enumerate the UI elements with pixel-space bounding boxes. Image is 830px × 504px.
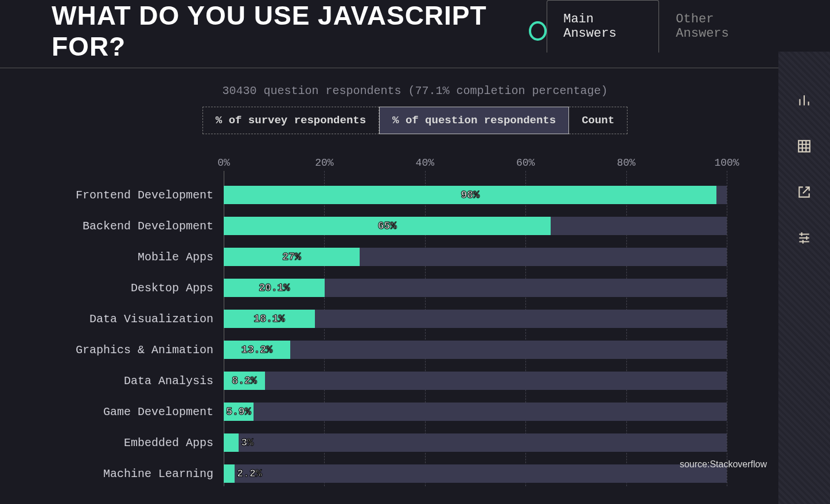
axis-tick: 20% [315, 157, 333, 169]
category-label: Backend Development [52, 220, 224, 233]
bar-value: 2.2% [237, 468, 262, 479]
bar-track: 98% [224, 186, 727, 204]
bar-row: Embedded Apps3% [52, 430, 727, 455]
bar-fill[interactable]: 5.9% [224, 403, 254, 421]
bar-track: 2.2% [224, 464, 727, 483]
category-label: Data Visualization [52, 312, 224, 326]
toggle-count[interactable]: Count [569, 107, 628, 134]
bar-fill[interactable]: 8.2% [224, 372, 265, 390]
bar-value: 13.2% [241, 344, 272, 355]
circle-icon [529, 21, 547, 41]
bar-fill[interactable]: 27% [224, 248, 360, 266]
category-label: Game Development [52, 405, 224, 419]
bar-fill[interactable]: 20.1% [224, 279, 325, 297]
category-label: Frontend Development [52, 189, 224, 202]
axis-tick: 40% [416, 157, 434, 169]
bar-row: Frontend Development98% [52, 182, 727, 208]
metric-toggle-group: % of survey respondents % of question re… [0, 107, 830, 134]
bar-track: 8.2% [224, 372, 727, 390]
bar-value: 5.9% [226, 406, 251, 417]
bar-track: 27% [224, 248, 727, 266]
share-icon[interactable] [796, 183, 813, 201]
category-label: Desktop Apps [52, 282, 224, 295]
bar-fill[interactable]: 2.2% [224, 464, 235, 483]
bar-value: 3% [241, 437, 254, 448]
axis-tick: 100% [714, 157, 739, 169]
bar-value: 8.2% [232, 375, 256, 386]
bar-track: 18.1% [224, 310, 727, 328]
bar-row: Machine Learning2.2% [52, 461, 727, 486]
toggle-question-pct[interactable]: % of question respondents [379, 107, 569, 134]
bar-track: 65% [224, 217, 727, 235]
bar-track: 20.1% [224, 279, 727, 297]
category-label: Embedded Apps [52, 436, 224, 450]
bar-row: Data Analysis8.2% [52, 368, 727, 393]
bar-track: 13.2% [224, 341, 727, 359]
tab-other-answers[interactable]: Other Answers [659, 0, 778, 53]
bar-fill[interactable]: 98% [224, 186, 716, 204]
bar-value: 20.1% [259, 282, 290, 294]
axis-tick: 80% [617, 157, 635, 169]
settings-sliders-icon[interactable] [796, 229, 813, 247]
category-label: Graphics & Animation [52, 343, 224, 357]
respondents-meta: 30430 question respondents (77.1% comple… [0, 84, 830, 97]
x-axis: 0%20%40%60%80%100% [52, 157, 727, 174]
bar-track: 3% [224, 433, 727, 452]
category-label: Mobile Apps [52, 251, 224, 264]
svg-rect-0 [798, 140, 810, 152]
bar-chart-icon[interactable] [796, 92, 813, 109]
title-wrap: WHAT DO YOU USE JAVASCRIPT FOR? [52, 0, 547, 68]
bar-fill[interactable]: 13.2% [224, 341, 290, 359]
axis-tick: 60% [516, 157, 535, 169]
axis-tick: 0% [217, 157, 230, 169]
source-label: source:Stackoverflow [680, 459, 767, 470]
toggle-survey-pct[interactable]: % of survey respondents [202, 107, 379, 134]
bar-value: 98% [461, 189, 480, 201]
bars-container: Frontend Development98%Backend Developme… [52, 182, 727, 486]
bar-row: Desktop Apps20.1% [52, 275, 727, 300]
bar-fill[interactable]: 18.1% [224, 310, 315, 328]
bar-fill[interactable]: 65% [224, 217, 551, 235]
bar-row: Mobile Apps27% [52, 244, 727, 269]
bar-value: 18.1% [254, 313, 285, 325]
header: WHAT DO YOU USE JAVASCRIPT FOR? Main Ans… [0, 0, 830, 68]
category-label: Data Analysis [52, 374, 224, 388]
bar-value: 65% [378, 220, 396, 232]
tab-main-answers[interactable]: Main Answers [547, 0, 659, 53]
table-icon[interactable] [796, 138, 813, 155]
chart: 0%20%40%60%80%100% Frontend Development9… [52, 157, 727, 486]
page-title: WHAT DO YOU USE JAVASCRIPT FOR? [52, 0, 519, 62]
bar-value: 27% [282, 251, 301, 263]
bar-row: Graphics & Animation13.2% [52, 337, 727, 362]
tabs: Main Answers Other Answers [547, 0, 778, 53]
bar-track: 5.9% [224, 403, 727, 421]
category-label: Machine Learning [52, 467, 224, 480]
bar-row: Data Visualization18.1% [52, 306, 727, 331]
sidebar [778, 52, 830, 504]
bar-fill[interactable]: 3% [224, 433, 239, 452]
bar-row: Backend Development65% [52, 213, 727, 239]
bar-row: Game Development5.9% [52, 399, 727, 424]
